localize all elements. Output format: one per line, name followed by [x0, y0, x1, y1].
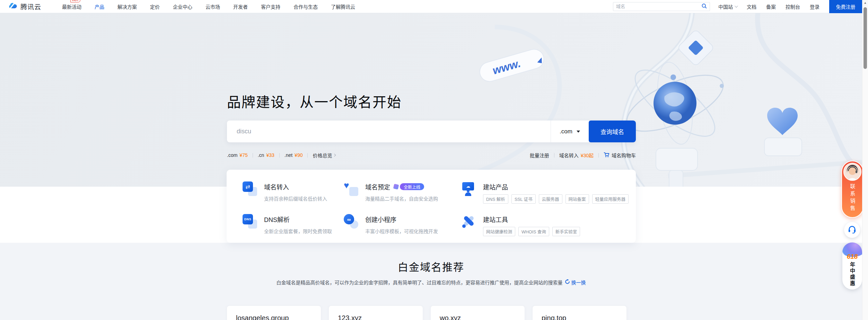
feature-panel: ⇄ 域名转入 支持百余种后缀域名低价转入 ♥ 域名预定 全新上线 海量精品二手域… [227, 170, 636, 243]
scroll-up-arrow[interactable]: ▲ [862, 1, 868, 5]
region-selector[interactable]: 中国站 [718, 3, 737, 10]
register-button[interactable]: 免费注册 [829, 0, 862, 13]
tld-select[interactable]: .com [551, 121, 589, 142]
refresh-icon [565, 279, 570, 285]
nav-item-enterprise[interactable]: 企业中心 [173, 3, 192, 10]
tag-dns[interactable]: DNS 解析 [483, 194, 508, 204]
hero-title: 品牌建设，从一个域名开始 [227, 91, 402, 111]
search-icon[interactable] [701, 3, 707, 10]
nav-link-icp[interactable]: 备案 [766, 3, 776, 10]
feature-desc: 全新企业版套餐，限时免费领取 [264, 228, 332, 234]
site-tools-icon [462, 214, 476, 229]
tag-icp[interactable]: 网站备案 [565, 194, 589, 204]
feature-miniprogram[interactable]: ∞ 创建小程序 丰富小程序模板，可视化拖拽开发 [344, 214, 462, 241]
nav-item-latest-deals[interactable]: HOT 最新活动 [62, 3, 81, 10]
promo-618-number: 618 [847, 253, 858, 260]
domain-search-field[interactable] [227, 121, 551, 142]
platinum-description: 白金域名是精品高价域名，可以作为企业的金字招牌，具有简单明了、过目难忘的特点，更… [0, 279, 862, 286]
tencent-cloud-logo[interactable]: 腾讯云 [8, 2, 41, 11]
logo-text: 腾讯云 [20, 2, 41, 11]
support-headset-button[interactable] [844, 222, 860, 238]
feature-site-products[interactable]: ☁ 建站产品 DNS 解析 SSL 证书 云服务器 网站备案 轻量应用服务器 [462, 181, 636, 208]
promo-618-widget[interactable]: 618 年中盛惠 [842, 242, 862, 290]
feature-domain-reserve[interactable]: ♥ 域名预定 全新上线 海量精品二手域名，自由安全选购 [344, 181, 462, 208]
nav-item-support[interactable]: 客户支持 [261, 3, 280, 10]
separator [253, 153, 253, 158]
domain-card[interactable]: losangeles.group [227, 305, 321, 320]
feature-title: 创建小程序 [365, 215, 396, 224]
price-net[interactable]: .net ¥90 [284, 152, 303, 158]
nav-item-solutions[interactable]: 解决方案 [117, 3, 137, 10]
nav-item-pricing[interactable]: 定价 [150, 3, 160, 10]
page: 腾讯云 HOT 最新活动 产品 解决方案 定价 企业中心 云市场 开发者 客户支… [0, 0, 868, 320]
separator [554, 153, 554, 158]
tag-ssl[interactable]: SSL 证书 [511, 194, 536, 204]
price-list: .com ¥75 .cn ¥33 .net ¥90 价格总览 [227, 152, 335, 159]
nav-link-console[interactable]: 控制台 [786, 3, 800, 10]
nav-item-developers[interactable]: 开发者 [233, 3, 248, 10]
nav-right: 中国站 文档 备案 控制台 登录 免费注册 [613, 0, 862, 13]
separator [307, 153, 308, 158]
price-com[interactable]: .com ¥75 [227, 152, 248, 158]
top-navbar: 腾讯云 HOT 最新活动 产品 解决方案 定价 企业中心 云市场 开发者 客户支… [0, 0, 862, 13]
feature-dns[interactable]: DNS DNS解析 全新企业版套餐，限时免费领取 [243, 214, 344, 241]
scrollbar[interactable]: ▲ [862, 0, 868, 320]
tag-beginner-lab[interactable]: 新手实验室 [552, 227, 580, 236]
feature-domain-transfer[interactable]: ⇄ 域名转入 支持百余种后缀域名低价转入 [243, 181, 344, 208]
refresh-link[interactable]: 换一换 [565, 279, 586, 286]
feature-title: 建站工具 [483, 215, 508, 224]
price-row: .com ¥75 .cn ¥33 .net ¥90 价格总览 [227, 152, 636, 159]
hero-section: www. [0, 13, 862, 187]
contact-sales-widget[interactable]: 联系销售 [841, 161, 863, 218]
nav-item-about[interactable]: 了解腾讯云 [331, 3, 355, 10]
nav-item-marketplace[interactable]: 云市场 [205, 3, 220, 10]
miniprogram-icon: ∞ [344, 214, 358, 229]
hot-badge: HOT [70, 0, 80, 2]
gift-icon [393, 184, 399, 190]
caret-down-icon [577, 131, 580, 133]
batch-register-link[interactable]: 批量注册 [530, 152, 549, 159]
domain-search-input[interactable] [237, 128, 541, 135]
domain-cart-link[interactable]: 域名购物车 [604, 152, 636, 159]
scrollbar-thumb[interactable] [863, 7, 867, 69]
svg-text:www.: www. [491, 57, 522, 77]
nav-item-products[interactable]: 产品 [95, 3, 104, 10]
tag-lighthouse[interactable]: 轻量应用服务器 [592, 194, 629, 204]
site-products-icon: ☁ [462, 181, 476, 196]
tag-health-check[interactable]: 网站健康检测 [483, 227, 515, 236]
feature-desc: 海量精品二手域名，自由安全选购 [365, 195, 438, 202]
domain-card[interactable]: ping.top [532, 305, 627, 320]
feature-site-tools[interactable]: 建站工具 网站健康检测 WHOIS 查询 新手实验室 [462, 214, 636, 241]
domain-search-bar: .com 查询域名 [227, 121, 636, 142]
headset-icon [848, 225, 856, 235]
domain-transfer-icon: ⇄ [243, 181, 257, 196]
cart-icon [604, 152, 610, 159]
nav-search-input[interactable] [616, 4, 701, 9]
nav-link-docs[interactable]: 文档 [747, 3, 756, 10]
price-cn[interactable]: .cn ¥33 [258, 152, 274, 158]
chevron-down-icon [735, 4, 738, 8]
feature-desc: 丰富小程序模板，可视化拖拽开发 [365, 228, 438, 234]
feature-title: 建站产品 [483, 182, 508, 191]
nav-link-login[interactable]: 登录 [810, 3, 819, 10]
tag-cvm[interactable]: 云服务器 [539, 194, 562, 204]
domain-card[interactable]: 123.xyz [328, 305, 423, 320]
query-domain-button[interactable]: 查询域名 [589, 121, 636, 142]
price-overview-link[interactable]: 价格总览 [313, 152, 335, 159]
separator [279, 153, 280, 158]
domain-transfer-link[interactable]: 域名转入 ¥30起 [559, 152, 594, 159]
nav-menu: HOT 最新活动 产品 解决方案 定价 企业中心 云市场 开发者 客户支持 合作… [62, 3, 355, 10]
domain-card[interactable]: wo.xyz [430, 305, 525, 320]
separator [598, 153, 599, 158]
domain-cards: losangeles.group 123.xyz wo.xyz ping.top [227, 305, 627, 320]
new-badge: 全新上线 [400, 183, 424, 190]
quick-links: 批量注册 域名转入 ¥30起 域名购物车 [530, 152, 636, 159]
hero-illustration: www. [453, 13, 862, 187]
tag-whois[interactable]: WHOIS 查询 [518, 227, 549, 236]
nav-item-partners[interactable]: 合作与生态 [293, 3, 318, 10]
tencent-cloud-logo-icon [8, 2, 18, 11]
feature-desc: 支持百余种后缀域名低价转入 [264, 195, 327, 202]
domain-reserve-icon: ♥ [344, 181, 358, 196]
nav-search-box[interactable] [613, 2, 710, 11]
contact-sales-label: 联系销售 [849, 184, 856, 213]
